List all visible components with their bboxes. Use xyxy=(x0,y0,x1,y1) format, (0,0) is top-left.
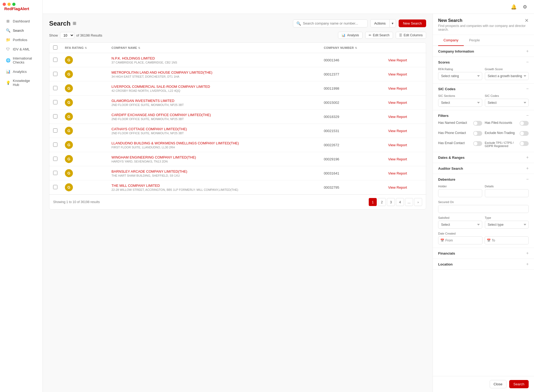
page-btn-3[interactable]: 3 xyxy=(387,198,395,206)
page-btn-1[interactable]: 1 xyxy=(369,198,377,206)
financials-header[interactable]: Financials + xyxy=(438,251,529,255)
sidebar-item-portfolios[interactable]: 📁Portfolios xyxy=(2,35,41,44)
select-all-checkbox[interactable] xyxy=(53,45,57,50)
view-report-3[interactable]: View Report xyxy=(388,101,407,105)
new-search-button[interactable]: New Search xyxy=(399,19,426,27)
edit-columns-button[interactable]: ☰ Edit Columns xyxy=(396,32,426,39)
location-header[interactable]: Location + xyxy=(438,262,529,266)
row-checkbox-7[interactable] xyxy=(53,157,57,161)
view-report-0[interactable]: View Report xyxy=(388,58,407,62)
toggle-has-filed-accounts-switch[interactable] xyxy=(520,121,529,126)
company-number-2: 00011998 xyxy=(324,86,339,90)
auditor-header[interactable]: Auditor Search + xyxy=(438,166,529,171)
page-btn-4[interactable]: 4 xyxy=(396,198,404,206)
toggle-exclude-tps-switch[interactable] xyxy=(520,141,529,146)
growth-score-select[interactable]: Select a growth banding High GrowthMediu… xyxy=(485,72,529,80)
filters-header[interactable]: Filters − xyxy=(438,113,529,118)
date-to-input[interactable] xyxy=(485,236,529,244)
table-row: G BARNSLEY ARCADE COMPANY LIMITED(THE) T… xyxy=(49,166,426,180)
sidebar-item-knowledge-hub[interactable]: 💡Knowledge Hub xyxy=(2,76,41,89)
sic-toggle: − xyxy=(526,87,529,91)
date-from-input[interactable] xyxy=(438,236,482,244)
company-info-header[interactable]: Company Information + xyxy=(438,49,529,53)
row-checkbox-1[interactable] xyxy=(53,72,57,76)
view-report-1[interactable]: View Report xyxy=(388,72,407,76)
notification-icon[interactable]: 🔔 xyxy=(510,3,517,11)
holder-input[interactable] xyxy=(438,189,482,197)
row-checkbox-8[interactable] xyxy=(53,171,57,175)
toggle-has-email-contact-switch[interactable] xyxy=(473,141,482,146)
company-name-9[interactable]: THE MILL COMPANY LIMITED xyxy=(112,184,316,188)
type-select[interactable]: Select type Fixed Floating xyxy=(485,221,529,229)
company-addr-8: THE HART SHAW BUILDING, SHEFFIELD, S9 1X… xyxy=(112,174,316,177)
actions-button[interactable]: Actions xyxy=(370,19,390,27)
toggle-has-named-contact-switch[interactable] xyxy=(473,121,482,126)
view-report-4[interactable]: View Report xyxy=(388,115,407,119)
view-report-6[interactable]: View Report xyxy=(388,143,407,147)
row-checkbox-2[interactable] xyxy=(53,86,57,90)
company-name-7[interactable]: WINGHAM ENGINEERING COMPANY LIMITED(THE) xyxy=(112,155,316,159)
tab-company[interactable]: Company xyxy=(438,35,464,46)
sic-header[interactable]: SIC Codes − xyxy=(438,87,529,91)
company-name-3[interactable]: GLAMORGAN INVESTMENTS LIMITED xyxy=(112,99,316,103)
view-report-8[interactable]: View Report xyxy=(388,171,407,175)
toggle-exclude-tps: Exclude TPS / CTPS / GDPR Registered xyxy=(485,141,529,149)
right-panel-title: New Search ✕ xyxy=(438,18,529,23)
row-checkbox-9[interactable] xyxy=(53,185,57,189)
settings-icon[interactable]: ⚙ xyxy=(521,3,529,11)
debenture-title: Debenture xyxy=(438,177,455,181)
company-name-1[interactable]: METROPOLITAN LAND AND HOUSE COMPANY LIMI… xyxy=(112,70,316,74)
tab-people[interactable]: People xyxy=(464,35,485,46)
satisfied-select[interactable]: Select Yes No xyxy=(438,221,482,229)
row-checkbox-6[interactable] xyxy=(53,142,57,147)
filters-title: Filters xyxy=(438,114,449,118)
sidebar-item-idv-aml[interactable]: 🛡IDV & AML xyxy=(2,45,41,54)
sidebar-item-search[interactable]: 🔍Search xyxy=(2,26,41,35)
debenture-header[interactable]: Debenture − xyxy=(438,177,529,181)
edit-search-button[interactable]: ✏ Edit Search xyxy=(365,32,393,39)
toggle-has-phone-contact: Has Phone Contact xyxy=(438,131,482,136)
traffic-light-red[interactable] xyxy=(3,3,6,6)
sidebar-item-international-checks[interactable]: 🌐International Checks xyxy=(2,54,41,67)
view-report-9[interactable]: View Report xyxy=(388,185,407,189)
actions-caret[interactable]: ▾ xyxy=(390,19,396,27)
view-report-5[interactable]: View Report xyxy=(388,129,407,133)
satisfied-col: Satisfied Select Yes No xyxy=(438,216,482,229)
company-name-8[interactable]: BARNSLEY ARCADE COMPANY LIMITED(THE) xyxy=(112,169,316,173)
traffic-light-yellow[interactable] xyxy=(7,3,11,6)
show-select[interactable]: 10 25 50 xyxy=(60,32,74,39)
details-input[interactable] xyxy=(485,189,529,197)
sic-sections-select[interactable]: Select xyxy=(438,99,482,107)
scores-header[interactable]: Scores − xyxy=(438,60,529,64)
close-button[interactable]: Close xyxy=(490,380,506,388)
search-input[interactable] xyxy=(303,21,364,25)
sic-codes-select[interactable]: Select xyxy=(485,99,529,107)
search-button[interactable]: Search xyxy=(509,380,529,388)
table-row: G CATHAYS COTTAGE COMPANY LIMITED(THE) 2… xyxy=(49,124,426,138)
secured-on-input[interactable] xyxy=(438,205,529,213)
company-name-2[interactable]: LIVERPOOL COMMERCIAL SALE-ROOM COMPANY L… xyxy=(112,85,316,89)
view-report-2[interactable]: View Report xyxy=(388,86,407,90)
sidebar-item-dashboard[interactable]: ⊞Dashboard xyxy=(2,17,41,26)
company-name-4[interactable]: CARDIFF EXCHANGE AND OFFICE COMPANY LIMI… xyxy=(112,113,316,117)
page-btn-...[interactable]: ... xyxy=(405,198,413,206)
view-report-7[interactable]: View Report xyxy=(388,157,407,161)
analysis-button[interactable]: 📊 Analysis xyxy=(338,32,363,39)
toggle-exclude-non-trading-switch[interactable] xyxy=(520,131,529,136)
dates-header[interactable]: Dates & Ranges + xyxy=(438,155,529,160)
traffic-light-green[interactable] xyxy=(12,3,15,6)
page-next-btn[interactable]: › xyxy=(414,198,422,206)
page-btn-2[interactable]: 2 xyxy=(378,198,386,206)
company-name-5[interactable]: CATHAYS COTTAGE COMPANY LIMITED(THE) xyxy=(112,127,316,131)
row-checkbox-3[interactable] xyxy=(53,100,57,104)
row-checkbox-4[interactable] xyxy=(53,114,57,118)
close-panel-button[interactable]: ✕ xyxy=(525,18,529,23)
company-addr-0: 37 CAMBRIDGE PLACE, CAMBRIDGE, CB2 1NS xyxy=(112,61,316,64)
company-name-0[interactable]: N.P.K. HOLDINGS LIMITED xyxy=(112,56,316,60)
toggle-has-phone-contact-switch[interactable] xyxy=(473,131,482,136)
company-name-6[interactable]: LLANDUDNO BUILDING & WORKMENS DWELLINGS … xyxy=(112,141,316,145)
row-checkbox-5[interactable] xyxy=(53,128,57,133)
row-checkbox-0[interactable] xyxy=(53,58,57,62)
rfa-rating-select[interactable]: Select rating ABCD xyxy=(438,72,482,80)
sidebar-item-analytics[interactable]: 📊Analytics xyxy=(2,67,41,76)
